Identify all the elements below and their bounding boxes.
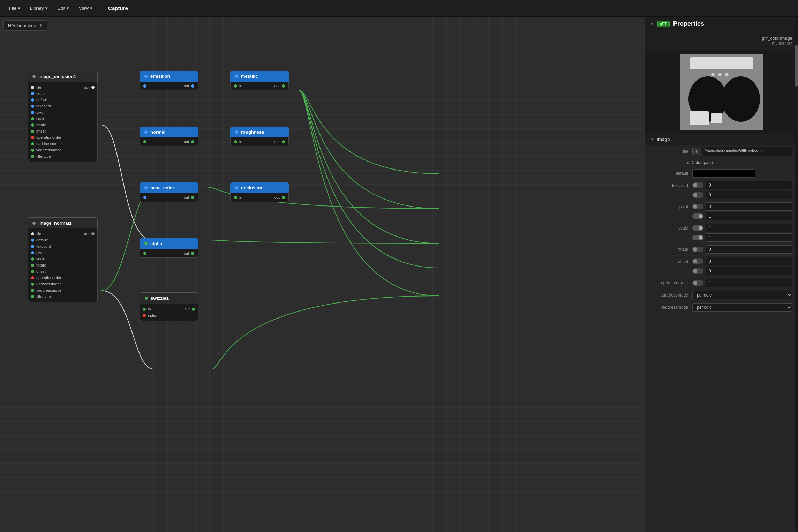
menu-library[interactable]: Library ▾ <box>27 3 51 13</box>
props-oporder-input[interactable] <box>706 279 792 287</box>
port-n1-scale-dot <box>31 257 34 261</box>
props-label-rotate: rotate <box>650 247 692 252</box>
props-vaddressmode-select[interactable]: periodic <box>692 303 792 312</box>
node-alpha-header: alpha <box>140 238 198 249</box>
props-colorspace-row[interactable]: ▶ Colorspace <box>645 158 798 167</box>
props-collapse-icon[interactable]: ▼ <box>650 22 654 26</box>
port-n1-vaddr: vaddressmode <box>28 287 97 293</box>
props-offset-input2[interactable] <box>706 267 792 275</box>
node-base-color-body: in out <box>140 193 198 202</box>
props-scale-input2[interactable] <box>706 233 792 242</box>
scrollbar-thumb[interactable] <box>795 45 798 87</box>
node-alpha-body: in out <box>140 249 198 258</box>
port-n1-texcoord-dot <box>31 245 34 248</box>
port-scale-dot <box>31 117 34 120</box>
node-roughness[interactable]: roughness in out <box>230 127 289 146</box>
props-offset-toggle1[interactable] <box>692 258 703 264</box>
node-emission-body: in out <box>140 82 198 90</box>
props-header: ▼ glTF Properties <box>645 17 798 31</box>
canvas-area[interactable]: NG_boombox X image_emission1 file out fa… <box>0 17 645 532</box>
props-texcoord-toggle2[interactable] <box>692 192 703 198</box>
node-base-color[interactable]: base_color in out <box>140 182 198 202</box>
port-vaddressmode: vaddressmode <box>28 147 97 153</box>
props-uaddressmode-select[interactable]: periodic <box>692 291 792 299</box>
node-emission-title: emission <box>150 74 170 79</box>
port-n1-offset: offset <box>28 268 97 275</box>
props-row-file: file + Materials/Examples/GltfPbr/boom <box>645 145 798 158</box>
node-normal[interactable]: normal in out <box>140 127 198 146</box>
props-offset-input1[interactable] <box>706 257 792 265</box>
port-roughness-in-dot <box>234 140 237 143</box>
props-texcoord-input1[interactable] <box>706 181 792 189</box>
props-file-add-btn[interactable]: + <box>692 148 700 155</box>
port-n1-texcoord: texcoord <box>28 243 97 249</box>
props-rotate-input[interactable] <box>706 245 792 254</box>
props-section-header-image[interactable]: ▼ Image <box>645 134 798 145</box>
port-texcoord: texcoord <box>28 103 97 109</box>
props-label-file: file <box>650 149 692 154</box>
props-value-offset <box>692 257 792 275</box>
menu-file[interactable]: File ▾ <box>6 3 24 13</box>
ng-panel-title: NG_boombox <box>8 23 36 28</box>
props-texcoord-input2[interactable] <box>706 191 792 199</box>
node-occlusion[interactable]: occlusion in out <box>230 182 289 202</box>
menu-view[interactable]: View ▾ <box>75 3 96 13</box>
ng-panel-close[interactable]: X <box>39 23 43 28</box>
node-base-color-header: base_color <box>140 182 198 193</box>
props-scale-toggle1[interactable] <box>692 225 703 231</box>
props-pivot-input2[interactable] <box>706 212 792 220</box>
scrollbar-track[interactable] <box>795 17 798 532</box>
props-value-operationorder <box>692 279 792 287</box>
node-swizzle1[interactable]: swizzle1 in out index <box>140 292 198 321</box>
node-alpha[interactable]: alpha in out <box>140 238 198 258</box>
props-label-vaddressmode: vaddressmode <box>650 305 692 310</box>
node-swizzle1-dot <box>145 297 148 300</box>
node-image-emission1[interactable]: image_emission1 file out factor default … <box>28 71 98 162</box>
node-emission1-title: image_emission1 <box>38 74 76 79</box>
props-scale-toggle2[interactable] <box>692 235 703 240</box>
props-texcoord-line1 <box>692 181 792 189</box>
node-occlusion-header: occlusion <box>230 182 289 193</box>
props-node-type: multioutput <box>762 41 792 46</box>
node-occlusion-body: in out <box>230 193 289 202</box>
props-offset-line2 <box>692 267 792 275</box>
port-n1-pivot: pivot <box>28 249 97 256</box>
props-value-scale <box>692 224 792 242</box>
menu-edit[interactable]: Edit ▾ <box>54 3 73 13</box>
port-n1-default-dot <box>31 239 34 242</box>
props-pivot-toggle2[interactable] <box>692 213 703 219</box>
props-color-swatch[interactable] <box>692 169 755 178</box>
node-normal1-title: image_normal1 <box>38 220 71 226</box>
port-n1-oporder-dot <box>31 276 34 279</box>
menu-library-label: Library <box>30 6 44 11</box>
node-image-normal1[interactable]: image_normal1 file out default texcoord … <box>28 217 98 302</box>
port-texcoord-dot <box>31 105 34 108</box>
props-oporder-toggle[interactable] <box>692 280 703 286</box>
props-title: Properties <box>673 20 704 28</box>
props-texcoord-toggle1[interactable] <box>692 182 703 188</box>
node-alpha-dot <box>144 242 148 245</box>
props-pivot-toggle1[interactable] <box>692 204 703 209</box>
port-offset: offset <box>28 128 97 134</box>
props-rotate-toggle[interactable] <box>692 247 703 252</box>
node-emission[interactable]: emission in out <box>140 71 198 90</box>
capture-button[interactable]: Capture <box>105 3 131 13</box>
node-metallic-dot <box>235 75 238 78</box>
node-metallic-header: metallic <box>230 71 289 82</box>
props-file-value[interactable]: Materials/Examples/GltfPbr/boom <box>702 147 792 156</box>
port-file-out-dot <box>91 86 95 89</box>
props-scale-input1[interactable] <box>706 224 792 232</box>
colorspace-expand-icon[interactable]: ▶ <box>687 160 690 165</box>
props-pivot-input1[interactable] <box>706 202 792 211</box>
node-base-color-dot <box>144 186 148 189</box>
node-normal1-dot <box>32 222 36 225</box>
node-metallic[interactable]: metallic in out <box>230 71 289 90</box>
port-rotate-dot <box>31 123 34 127</box>
props-value-default <box>692 169 792 178</box>
props-value-uaddressmode: periodic <box>692 291 792 299</box>
port-sw-out-dot <box>192 308 195 311</box>
port-file: file out <box>28 84 97 90</box>
ng-panel-header: NG_boombox X <box>3 20 47 31</box>
port-sw-index: index <box>140 312 198 319</box>
props-offset-toggle2[interactable] <box>692 268 703 274</box>
